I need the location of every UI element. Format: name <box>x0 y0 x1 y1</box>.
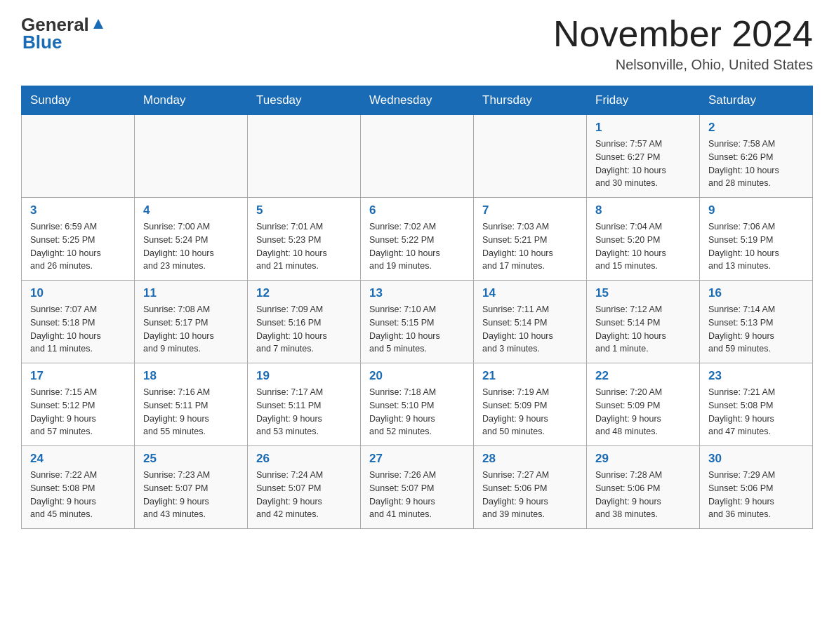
day-number: 22 <box>595 369 692 383</box>
day-info: Sunrise: 7:07 AM Sunset: 5:18 PM Dayligh… <box>30 303 127 356</box>
calendar-cell: 21Sunrise: 7:19 AM Sunset: 5:09 PM Dayli… <box>474 363 587 446</box>
day-number: 19 <box>256 369 353 383</box>
calendar-cell <box>474 115 587 198</box>
calendar-cell: 28Sunrise: 7:27 AM Sunset: 5:06 PM Dayli… <box>474 446 587 529</box>
day-number: 7 <box>482 203 579 217</box>
weekday-header-wednesday: Wednesday <box>361 86 474 115</box>
calendar-cell: 17Sunrise: 7:15 AM Sunset: 5:12 PM Dayli… <box>22 363 135 446</box>
day-info: Sunrise: 7:10 AM Sunset: 5:15 PM Dayligh… <box>369 303 466 356</box>
day-info: Sunrise: 7:08 AM Sunset: 5:17 PM Dayligh… <box>143 303 240 356</box>
calendar-week-3: 10Sunrise: 7:07 AM Sunset: 5:18 PM Dayli… <box>22 281 813 363</box>
calendar-cell: 18Sunrise: 7:16 AM Sunset: 5:11 PM Dayli… <box>135 363 248 446</box>
day-info: Sunrise: 7:02 AM Sunset: 5:22 PM Dayligh… <box>369 220 466 273</box>
day-number: 20 <box>369 369 466 383</box>
svg-marker-0 <box>93 19 103 29</box>
day-number: 10 <box>30 286 127 300</box>
calendar-cell: 26Sunrise: 7:24 AM Sunset: 5:07 PM Dayli… <box>248 446 361 529</box>
day-info: Sunrise: 7:00 AM Sunset: 5:24 PM Dayligh… <box>143 220 240 273</box>
month-title: November 2024 <box>553 14 813 54</box>
day-info: Sunrise: 7:14 AM Sunset: 5:13 PM Dayligh… <box>708 303 805 356</box>
page-header: General Blue November 2024 Nelsonville, … <box>21 14 813 73</box>
title-block: November 2024 Nelsonville, Ohio, United … <box>553 14 813 73</box>
day-number: 23 <box>708 369 805 383</box>
calendar-cell: 6Sunrise: 7:02 AM Sunset: 5:22 PM Daylig… <box>361 198 474 281</box>
day-number: 15 <box>595 286 692 300</box>
calendar-week-5: 24Sunrise: 7:22 AM Sunset: 5:08 PM Dayli… <box>22 446 813 529</box>
logo-blue-text: Blue <box>22 32 62 53</box>
calendar-cell: 3Sunrise: 6:59 AM Sunset: 5:25 PM Daylig… <box>22 198 135 281</box>
day-info: Sunrise: 6:59 AM Sunset: 5:25 PM Dayligh… <box>30 220 127 273</box>
day-number: 24 <box>30 452 127 466</box>
weekday-header-thursday: Thursday <box>474 86 587 115</box>
calendar-cell: 25Sunrise: 7:23 AM Sunset: 5:07 PM Dayli… <box>135 446 248 529</box>
calendar-cell: 30Sunrise: 7:29 AM Sunset: 5:06 PM Dayli… <box>700 446 813 529</box>
weekday-header-monday: Monday <box>135 86 248 115</box>
day-info: Sunrise: 7:22 AM Sunset: 5:08 PM Dayligh… <box>30 469 127 521</box>
calendar-cell <box>135 115 248 198</box>
day-number: 18 <box>143 369 240 383</box>
day-number: 11 <box>143 286 240 300</box>
calendar-cell: 10Sunrise: 7:07 AM Sunset: 5:18 PM Dayli… <box>22 281 135 363</box>
calendar-cell: 9Sunrise: 7:06 AM Sunset: 5:19 PM Daylig… <box>700 198 813 281</box>
calendar-table: SundayMondayTuesdayWednesdayThursdayFrid… <box>21 86 813 529</box>
weekday-header-row: SundayMondayTuesdayWednesdayThursdayFrid… <box>22 86 813 115</box>
day-number: 12 <box>256 286 353 300</box>
calendar-cell: 23Sunrise: 7:21 AM Sunset: 5:08 PM Dayli… <box>700 363 813 446</box>
calendar-cell: 19Sunrise: 7:17 AM Sunset: 5:11 PM Dayli… <box>248 363 361 446</box>
calendar-week-4: 17Sunrise: 7:15 AM Sunset: 5:12 PM Dayli… <box>22 363 813 446</box>
day-info: Sunrise: 7:28 AM Sunset: 5:06 PM Dayligh… <box>595 469 692 521</box>
calendar-cell: 7Sunrise: 7:03 AM Sunset: 5:21 PM Daylig… <box>474 198 587 281</box>
day-info: Sunrise: 7:26 AM Sunset: 5:07 PM Dayligh… <box>369 469 466 521</box>
day-number: 3 <box>30 203 127 217</box>
weekday-header-sunday: Sunday <box>22 86 135 115</box>
day-number: 17 <box>30 369 127 383</box>
day-number: 27 <box>369 452 466 466</box>
calendar-cell: 4Sunrise: 7:00 AM Sunset: 5:24 PM Daylig… <box>135 198 248 281</box>
calendar-cell: 15Sunrise: 7:12 AM Sunset: 5:14 PM Dayli… <box>587 281 700 363</box>
day-number: 26 <box>256 452 353 466</box>
day-number: 13 <box>369 286 466 300</box>
calendar-cell: 13Sunrise: 7:10 AM Sunset: 5:15 PM Dayli… <box>361 281 474 363</box>
day-number: 1 <box>595 121 692 135</box>
calendar-cell: 24Sunrise: 7:22 AM Sunset: 5:08 PM Dayli… <box>22 446 135 529</box>
day-number: 6 <box>369 203 466 217</box>
day-number: 28 <box>482 452 579 466</box>
day-info: Sunrise: 7:01 AM Sunset: 5:23 PM Dayligh… <box>256 220 353 273</box>
day-info: Sunrise: 7:29 AM Sunset: 5:06 PM Dayligh… <box>708 469 805 521</box>
day-info: Sunrise: 7:03 AM Sunset: 5:21 PM Dayligh… <box>482 220 579 273</box>
weekday-header-tuesday: Tuesday <box>248 86 361 115</box>
day-number: 8 <box>595 203 692 217</box>
day-info: Sunrise: 7:57 AM Sunset: 6:27 PM Dayligh… <box>595 137 692 190</box>
day-info: Sunrise: 7:58 AM Sunset: 6:26 PM Dayligh… <box>708 137 805 190</box>
day-number: 29 <box>595 452 692 466</box>
day-number: 30 <box>708 452 805 466</box>
calendar-cell: 20Sunrise: 7:18 AM Sunset: 5:10 PM Dayli… <box>361 363 474 446</box>
calendar-cell: 14Sunrise: 7:11 AM Sunset: 5:14 PM Dayli… <box>474 281 587 363</box>
logo-triangle-icon <box>91 16 106 32</box>
day-info: Sunrise: 7:12 AM Sunset: 5:14 PM Dayligh… <box>595 303 692 356</box>
day-info: Sunrise: 7:16 AM Sunset: 5:11 PM Dayligh… <box>143 386 240 438</box>
calendar-cell: 29Sunrise: 7:28 AM Sunset: 5:06 PM Dayli… <box>587 446 700 529</box>
weekday-header-saturday: Saturday <box>700 86 813 115</box>
day-number: 21 <box>482 369 579 383</box>
day-info: Sunrise: 7:11 AM Sunset: 5:14 PM Dayligh… <box>482 303 579 356</box>
location-label: Nelsonville, Ohio, United States <box>553 57 813 73</box>
day-number: 2 <box>708 121 805 135</box>
calendar-cell <box>22 115 135 198</box>
weekday-header-friday: Friday <box>587 86 700 115</box>
day-info: Sunrise: 7:06 AM Sunset: 5:19 PM Dayligh… <box>708 220 805 273</box>
day-info: Sunrise: 7:09 AM Sunset: 5:16 PM Dayligh… <box>256 303 353 356</box>
calendar-week-2: 3Sunrise: 6:59 AM Sunset: 5:25 PM Daylig… <box>22 198 813 281</box>
day-number: 14 <box>482 286 579 300</box>
day-info: Sunrise: 7:17 AM Sunset: 5:11 PM Dayligh… <box>256 386 353 438</box>
calendar-cell <box>248 115 361 198</box>
calendar-cell: 5Sunrise: 7:01 AM Sunset: 5:23 PM Daylig… <box>248 198 361 281</box>
day-info: Sunrise: 7:04 AM Sunset: 5:20 PM Dayligh… <box>595 220 692 273</box>
calendar-cell: 8Sunrise: 7:04 AM Sunset: 5:20 PM Daylig… <box>587 198 700 281</box>
day-number: 5 <box>256 203 353 217</box>
day-number: 4 <box>143 203 240 217</box>
day-info: Sunrise: 7:18 AM Sunset: 5:10 PM Dayligh… <box>369 386 466 438</box>
calendar-cell <box>361 115 474 198</box>
calendar-cell: 2Sunrise: 7:58 AM Sunset: 6:26 PM Daylig… <box>700 115 813 198</box>
calendar-cell: 11Sunrise: 7:08 AM Sunset: 5:17 PM Dayli… <box>135 281 248 363</box>
